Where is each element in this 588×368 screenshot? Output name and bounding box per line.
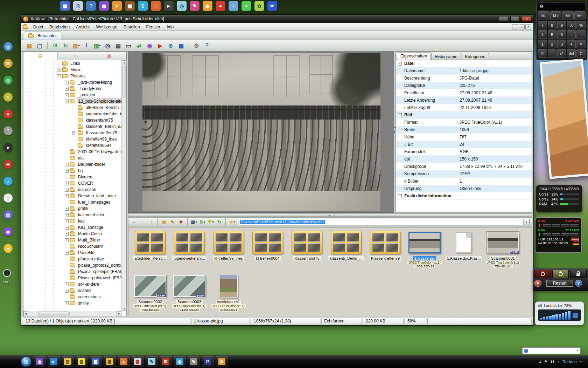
scroll-thumb[interactable] [122,66,126,97]
calc-key-mc[interactable]: Mc [574,11,586,20]
tree-item[interactable]: +scanns [23,287,121,294]
mdi-restore-button[interactable]: □ [519,24,525,29]
dock-star-tool-icon[interactable]: ★ [4,244,13,253]
quicklaunch-puzzle-icon[interactable]: ◆ [203,1,212,11]
help-button[interactable]: ? [202,41,212,50]
tree-item[interactable]: kl-treffen99_ines [23,136,121,142]
scroll-left-arrow[interactable]: ◀ [23,311,28,316]
tree-item[interactable]: screenshots [23,294,121,300]
calc-key-[interactable]: . [548,49,557,58]
taskbar-explorer-button[interactable]: ▤ [62,356,74,367]
menu-item-fenster[interactable]: Fenster [143,24,164,30]
tree-expander[interactable]: + [65,93,69,97]
tree-item[interactable]: klassentr_Berlin_datun [23,123,121,130]
collapse-icon[interactable]: − [398,62,402,66]
calc-key-1[interactable]: 1 [538,40,547,48]
quicklaunch-chat-icon[interactable]: ◗ [229,1,238,11]
tray-chevron-icon[interactable]: » [580,360,582,363]
restart-button[interactable]: Restart [546,280,573,287]
address-deskband[interactable]: ✕ [522,347,580,354]
calc-key-[interactable]: % [576,21,586,29]
tab-betrachter[interactable]: Betrachter [24,32,61,40]
menu-item-info[interactable]: Info [163,24,177,30]
tree-item[interactable]: Links [23,60,121,67]
tree-item[interactable]: +smilie [23,300,121,306]
collapse-icon[interactable]: − [398,194,402,198]
new-folder-button[interactable]: ▣ [160,218,168,226]
taskbar-sticky-notes-button[interactable]: ▨ [76,356,88,367]
tree-item[interactable]: pfanzen+pilze [23,256,121,262]
tray-flag-action-center-icon[interactable]: ⚑ [544,360,547,363]
quicklaunch-paint-icon[interactable]: ✎ [190,1,200,11]
tree-expander[interactable]: + [65,169,69,173]
shutdown-button[interactable] [534,270,551,278]
tree-item[interactable]: NicoSchulanf [23,243,121,250]
tree-expander[interactable]: + [65,194,69,198]
quicklaunch-cd-burner-icon[interactable]: ◎ [177,1,187,11]
calc-key-5[interactable]: 5 [548,30,557,39]
menu-item-bearbeiten[interactable]: Bearbeiten [46,24,73,30]
tree-item[interactable]: +kati [23,218,121,224]
viewed-photo[interactable] [142,53,380,211]
quicklaunch-camera-icon[interactable]: ◉ [99,1,109,11]
quicklaunch-floppy-icon[interactable]: ▦ [60,1,70,11]
taskbar-media-player-button[interactable]: ► [48,356,59,367]
tree-expander[interactable]: + [65,226,69,230]
deskband-dropdown-icon[interactable]: ✕ [576,349,579,352]
tray-network-icon[interactable]: ▮▮ [551,360,554,363]
tray-show-hidden-icon[interactable]: ▴ [539,360,541,363]
properties-tab-eigenschaften[interactable]: Eigenschaften [397,52,430,60]
mdi-minimize-button[interactable]: – [512,24,518,29]
quicklaunch-frog-tool-icon[interactable]: ● [241,1,251,11]
thumbnail-tile[interactable]: alteBilder_Kersti... [132,230,168,268]
thumbnail-tile[interactable]: EXIFScannen0002JPEG TrueColor (v1.1)756x… [132,274,168,312]
move-to-folder-button[interactable]: ▥▾ [71,41,81,50]
sort-button[interactable]: ⇅▾ [198,218,206,226]
taskbar-gimp-button[interactable]: ✎ [188,356,200,367]
tree-expander[interactable]: + [65,182,69,185]
taskbar-vlc-button[interactable]: ▲ [118,356,130,367]
thumbnail-tile[interactable]: EXIFScannen0001JPEG TrueColor (v1.1)756x… [485,230,521,268]
tree-expander[interactable]: + [65,188,69,192]
taskbar-photo-editor-button[interactable]: P [202,356,214,367]
tree-expander[interactable]: + [65,163,69,166]
tree-expander[interactable]: − [65,100,69,103]
tree-item[interactable]: Picasa_spielepic.{FBAC728 [23,268,121,275]
tree-expander[interactable]: + [65,207,69,211]
tree-vertical-scrollbar[interactable]: ▲ ▼ [121,60,126,311]
tree-item[interactable]: +Dresden_land_unter [23,193,121,199]
dock-pin-icon[interactable]: ● [4,109,13,118]
calc-key-c[interactable]: C [576,49,586,58]
menu-item-ansicht[interactable]: Ansicht [73,24,93,30]
quicklaunch-video-editor-icon[interactable]: ► [164,1,174,11]
rotate-ccw-button[interactable]: ↺ [50,41,60,50]
tree-item[interactable]: +Klassentreffen79 [23,130,121,136]
standby-button[interactable] [552,270,569,278]
tree-expander[interactable]: + [65,301,69,305]
thumbnail-tile[interactable]: kl-treffen99_ines [210,230,247,268]
tree-item[interactable]: kl-treffen0684 [23,142,121,149]
dock-question-icon[interactable]: ? [4,126,13,135]
tree-item[interactable]: fuer_Homepages [23,199,121,205]
fullscreen-button[interactable]: ▢ [35,41,44,50]
calc-key-m[interactable]: M+ [550,11,562,20]
taskbar-documents-folder-button[interactable]: ▣ [104,356,115,367]
title-bar[interactable]: XnView - [Betrachter - C:\Users\Peter\Pi… [21,15,533,23]
dock-toolkit-icon[interactable]: ✚ [4,160,13,169]
calc-key-9[interactable]: 9 [557,21,566,29]
dock-ring-icon[interactable]: ○ [4,193,13,203]
settings-button[interactable]: ⚙ [192,41,201,50]
panel-tab-categories[interactable]: ▥ [92,52,126,60]
thumbnail-tile[interactable]: 1.klasse-picJPEG TrueColor (v1.1)1056x76… [406,230,443,268]
convert-button[interactable]: ⇄ [134,41,144,50]
tree-item[interactable]: picasa_ppfotos2_ddmx.{Fl [23,262,121,268]
taskbar-xnview-button[interactable]: ✱ [216,356,227,367]
tree-expander[interactable]: + [65,238,69,242]
desktop-toolbar-label[interactable]: Desktop [562,360,576,364]
quicklaunch-plant-tool-icon[interactable]: ✿ [254,1,264,11]
search-button[interactable]: ◎ [103,41,112,50]
dock-editor-icon[interactable]: ✎ [4,93,13,102]
quicklaunch-security-icon[interactable]: ● [216,1,225,11]
tree-expander[interactable]: + [65,213,69,217]
scroll-down-arrow[interactable]: ▼ [122,306,127,311]
